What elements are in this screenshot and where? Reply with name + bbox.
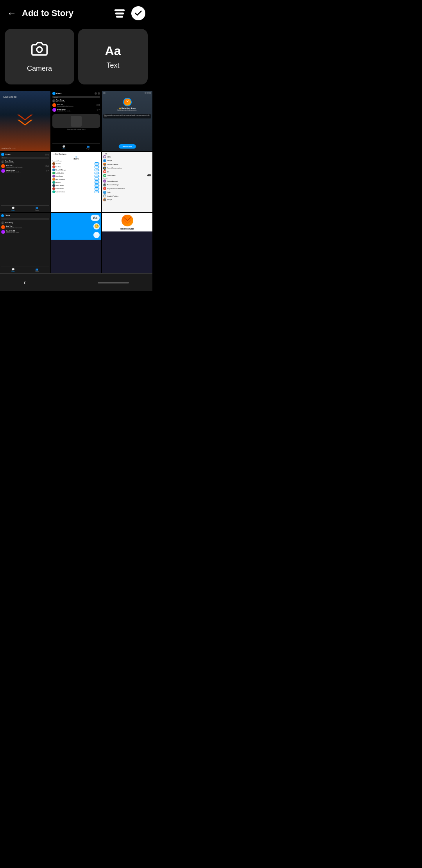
stack-icon-button[interactable] [113,6,127,20]
malavida-mock: Malavida Apps [102,213,152,231]
svg-marker-4 [126,102,129,103]
screenshot-chats-small[interactable]: Chats Search + Your Story Add to your st… [0,152,50,212]
camera-card[interactable]: Camera [5,29,74,84]
svg-marker-3 [126,100,129,102]
screenshot-room[interactable]: 👋 Malavida's Room Wait a few minutes for… [102,91,152,151]
svg-marker-5 [123,217,131,221]
svg-point-0 [37,47,42,52]
contacts-mock: ← Add Contacts 📧 INVITE Suggested People… [51,152,102,212]
header-left: ← Add to Story [7,8,73,19]
bottom-navigation: ‹ [0,273,152,291]
screenshot-chats-dark2[interactable]: Chats + Your Story Just You You changed … [0,213,50,273]
home-indicator[interactable] [98,282,129,283]
back-button[interactable]: ← [7,8,16,19]
system-back-button[interactable]: ‹ [23,278,26,287]
text-icon: Aa [105,44,121,58]
chats-mock-screen: Chats Search + Your Story Add to your st… [51,91,102,151]
header: ← Add to Story [0,0,152,25]
text-label: Text [106,61,119,70]
screenshot-settings[interactable]: ← Me 💬 SMS 👥 People 📷 Photos & Media 🔒 S… [102,152,152,212]
camera-label: Camera [27,65,52,73]
malavida-watermark: malavida.com [2,147,16,149]
malavida-label: Malavida Apps [120,228,134,230]
room-logo-icon [125,99,130,105]
compose-mock: Aa 😊 ☰ [51,213,102,240]
camera-icon [31,41,48,61]
confirm-button[interactable] [131,6,145,20]
chats-dark2-mock: Chats + Your Story Just You You changed … [0,213,50,273]
svg-marker-1 [17,115,33,120]
settings-mock: ← Me 💬 SMS 👥 People 📷 Photos & Media 🔒 S… [102,152,152,212]
screenshot-add-contacts[interactable]: ← Add Contacts 📧 INVITE Suggested People… [51,152,102,212]
malavida-logo [122,215,133,226]
svg-marker-2 [17,120,33,126]
screenshots-grid: Call Ended malavida.com Chats Search [0,91,152,273]
text-card[interactable]: Aa Text [78,29,148,84]
screenshot-chats[interactable]: Chats Search + Your Story Add to your st… [51,91,102,151]
call-ended-text: Call Ended [3,95,16,98]
screenshot-malavida[interactable]: Malavida Apps [102,213,152,273]
screenshot-compose[interactable]: Aa 😊 ☰ [51,213,102,273]
stack-layers-icon [114,9,125,18]
chats-small-mock: Chats Search + Your Story Add to your st… [0,152,50,212]
page-title: Add to Story [22,8,73,18]
option-cards-section: Camera Aa Text [0,25,152,91]
header-right [113,6,145,20]
malavida-chevron-icon [15,113,35,129]
screenshot-call-ended[interactable]: Call Ended malavida.com [0,91,50,151]
